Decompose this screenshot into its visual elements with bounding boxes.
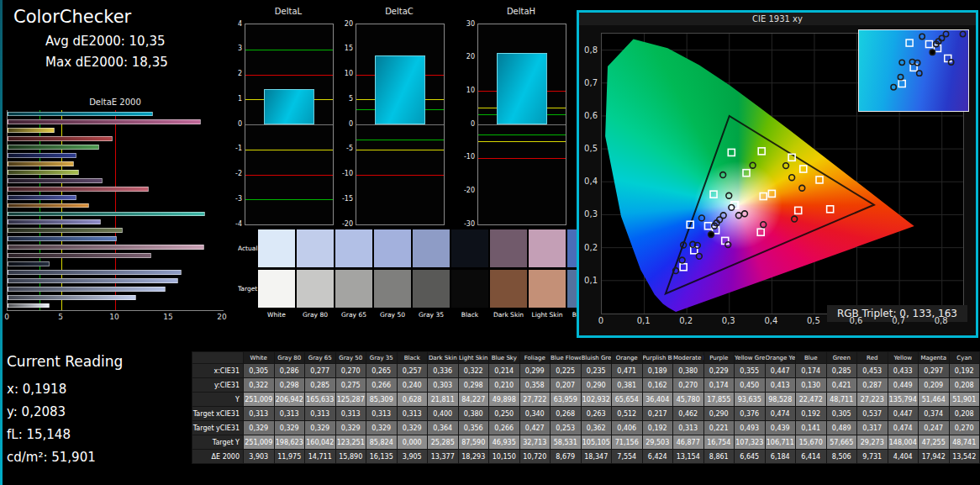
cie-y-tick: 0,7 [581, 77, 598, 87]
table-cell: 71,156 [612, 435, 643, 450]
table-cell: 0,322 [458, 364, 489, 378]
table-cell: 0,240 [397, 378, 428, 393]
table-cell: 3,903 [244, 450, 275, 464]
table-cell: 0,192 [642, 421, 673, 435]
patch-name-label: Gray 50 [374, 311, 411, 319]
table-cell: 98,528 [765, 393, 796, 407]
cie-y-tick: 0,2 [581, 242, 598, 251]
patch-target-gray-50 [374, 270, 411, 308]
deltaE-bar-moderate-red [8, 187, 149, 192]
table-row-label: y:CIE31 [192, 378, 244, 393]
table-cell: 0,313 [305, 407, 336, 421]
table-cell: 65,654 [612, 393, 643, 407]
table-cell: 0,447 [888, 407, 919, 421]
table-col-purplish-blue: Purplish Blue [642, 352, 673, 364]
deltaC-chart: DeltaC 20151050-5-10-15-20 [334, 7, 445, 227]
cie-measured-point [789, 175, 795, 181]
table-row: Target yCIE310,3290,3290,3290,3290,3290,… [192, 421, 980, 435]
cie-measured-point [720, 172, 726, 178]
deltaE-bar-light-skin [8, 245, 204, 250]
patch-target-black [451, 270, 488, 308]
axis-tick: -20 [334, 220, 353, 228]
deltaE-bar-gray-80 [8, 295, 136, 300]
deltaE2000-x-axis: 05101520 [7, 311, 224, 323]
table-cell: 27,223 [857, 393, 888, 407]
patch-name-label: Gray 65 [335, 311, 372, 319]
table-cell: 0,474 [888, 421, 919, 435]
ref-line [245, 50, 333, 50]
table-cell: 0,489 [826, 421, 857, 435]
table-cell: 46,935 [489, 435, 520, 450]
ref-line [478, 141, 566, 142]
table-col-bluish-green: Bluish Green [581, 352, 612, 364]
cie-1931-panel[interactable]: CIE 1931 xy RGB Triplet: 0, 133, 163 00,… [577, 10, 978, 338]
table-row: y:CIE310,3220,2980,2850,2750,2660,2400,3… [192, 378, 980, 393]
table-cell: 13,154 [673, 450, 704, 464]
table-cell: 0,336 [428, 364, 459, 378]
table-cell: 0,266 [366, 378, 398, 393]
srgb-gamut-triangle [666, 116, 874, 294]
axis-tick: 0 [334, 120, 353, 128]
table-cell: 8,506 [826, 450, 857, 464]
cie-target-point [710, 191, 717, 198]
axis-tick: -15 [334, 195, 353, 203]
table-cell: 3,905 [397, 450, 428, 464]
cie-measured-point [761, 222, 767, 228]
table-cell: 0,268 [551, 407, 582, 421]
table-cell: 45,780 [673, 393, 704, 407]
cie-target-point [728, 149, 735, 156]
deltaE-bar-purple [8, 178, 103, 183]
table-col-black: Black [397, 352, 428, 364]
table-col-blue: Blue [796, 352, 827, 364]
axis-tick: 2 [223, 70, 242, 77]
table-cell: 107,323 [735, 435, 766, 450]
max-de2000-label: Max dE2000: 18,35 [45, 55, 168, 70]
table-cell: 0,174 [703, 378, 735, 393]
deltaE-bar-cyan [8, 112, 153, 117]
table-cell: 148,004 [888, 435, 919, 450]
table-cell: 206,942 [274, 393, 305, 407]
table-cell: 0,297 [919, 364, 950, 378]
table-col-orange-yellow: Orange Yellow [765, 352, 796, 364]
deltaE-bar-red [8, 136, 113, 141]
table-cell: 106,711 [765, 435, 796, 450]
ref-line [245, 199, 333, 200]
table-cell: 0,192 [796, 407, 827, 421]
table-cell: 27,722 [519, 393, 551, 407]
table-cell: 25,285 [428, 435, 459, 450]
deltaE-bar-yellow-green [8, 170, 79, 175]
table-cell: 0,305 [826, 407, 857, 421]
table-cell: 0,362 [581, 421, 612, 435]
table-cell: 46,877 [673, 435, 704, 450]
cie-x-tick: 0,4 [764, 316, 777, 325]
delta-bar [264, 89, 314, 124]
table-cell: 0,355 [735, 364, 766, 378]
cie-target-point [757, 229, 764, 235]
patch-target-dark-skin [490, 270, 527, 308]
cie-measured-point [799, 185, 805, 191]
patch-target-gray-80 [297, 270, 334, 308]
patch-target-light-skin [529, 270, 566, 308]
table-cell: 32,713 [519, 435, 551, 450]
axis-tick: -5 [334, 145, 353, 152]
table-cell: 29,503 [642, 435, 673, 450]
table-cell: 0,313 [335, 407, 366, 421]
table-col-light-skin: Light Skin [458, 352, 489, 364]
cie-y-tick: 0,6 [581, 110, 598, 119]
table-header-row: WhiteGray 80Gray 65Gray 50Gray 35BlackDa… [192, 352, 980, 364]
table-cell: 21,811 [428, 393, 459, 407]
cie-measured-point [742, 211, 748, 217]
table-cell: 0,247 [919, 421, 950, 435]
deltaE-axis-tick: 5 [58, 313, 63, 321]
table-cell: 0,340 [519, 407, 551, 421]
table-cell: 17,942 [919, 450, 950, 464]
ref-line [245, 75, 333, 76]
table-cell: 8,861 [703, 450, 735, 464]
deltaE-bar-gray-35 [8, 270, 182, 275]
table-cell: 0,329 [397, 421, 428, 435]
current-reading-fl: fL: 15,148 [7, 424, 123, 446]
table-cell: 0,427 [519, 421, 551, 435]
axis-tick: 0 [223, 120, 242, 128]
deltaE2000-plot [7, 110, 224, 311]
cie-x-tick: 0,6 [850, 316, 863, 325]
